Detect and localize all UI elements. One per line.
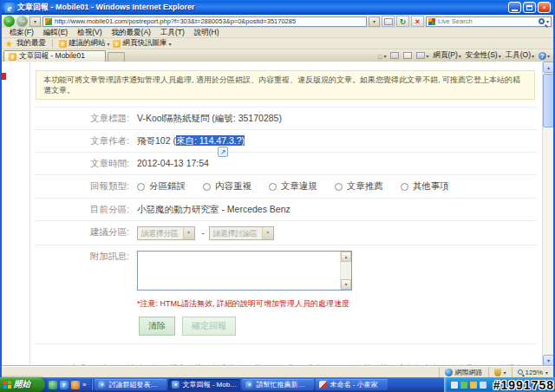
task-article-report-active[interactable]: e 文章回報 - Mobile01... bbox=[168, 379, 240, 390]
feeds-button[interactable] bbox=[390, 52, 399, 59]
zoom-section[interactable]: 125% ▾ bbox=[512, 367, 553, 377]
scrollbar-down-icon[interactable]: ▾ bbox=[543, 355, 553, 366]
message-textarea[interactable]: ▴ ▾ bbox=[137, 251, 352, 291]
favorites-button[interactable]: 我的最愛 bbox=[16, 38, 46, 49]
radio-violation[interactable]: 文章違規 bbox=[269, 180, 317, 193]
web-slice-icon: e bbox=[113, 40, 121, 48]
form-row-time: 文章時間: 2012-04-13 17:54 bbox=[34, 153, 537, 175]
history-dropdown-icon[interactable]: ▾ bbox=[29, 16, 41, 27]
new-tab-button[interactable] bbox=[108, 52, 125, 62]
tools-menu-button[interactable]: 工具(O)▾ bbox=[506, 50, 534, 61]
menu-edit[interactable]: 編輯(E) bbox=[39, 28, 72, 38]
tab-bar: e 文章回報 - Mobile01 ⌂▾ ▾ 網頁(P)▾ 安全性(S)▾ 工具… bbox=[2, 49, 553, 62]
protected-mode-section[interactable]: ▾ bbox=[488, 367, 512, 377]
task-car-recommend[interactable]: e 請幫忙推薦新車款... bbox=[242, 379, 314, 390]
tray-network-icon[interactable] bbox=[480, 382, 486, 389]
page-left-red-marker bbox=[2, 73, 6, 80]
radio-other[interactable]: 其他事項 bbox=[401, 180, 449, 193]
scrollbar-thumb[interactable] bbox=[543, 74, 553, 127]
radio-recommend[interactable]: 文章推薦 bbox=[335, 180, 383, 193]
home-button[interactable]: ⌂▾ bbox=[377, 51, 386, 61]
radio-icon[interactable] bbox=[335, 183, 343, 191]
read-mail-button[interactable] bbox=[403, 52, 412, 59]
page-menu-label: 網頁(P) bbox=[433, 50, 457, 61]
minimize-button[interactable] bbox=[508, 2, 521, 13]
scroll-up-icon[interactable]: ▴ bbox=[341, 252, 351, 262]
help-menu-button[interactable]: ?▾ bbox=[539, 52, 550, 60]
help-icon: ? bbox=[539, 52, 546, 60]
search-input[interactable] bbox=[438, 17, 539, 25]
refresh-button[interactable]: ↻ bbox=[396, 16, 409, 27]
tray-ime-icon[interactable] bbox=[451, 382, 458, 389]
report-form-page: 本功能可將文章管理請求通知管理人員處理, 適用於分區錯誤、內容重複、違反版規的文… bbox=[30, 62, 542, 366]
task-label: 請幫忙推薦新車款... bbox=[256, 380, 310, 389]
print-button[interactable]: ▾ bbox=[416, 52, 428, 59]
close-button[interactable]: × bbox=[538, 2, 551, 13]
select-arrow-icon: ▾ bbox=[183, 227, 194, 239]
suggested-sites-button[interactable]: e 建議的網站 ▾ bbox=[59, 38, 110, 49]
ie-task-icon: e bbox=[172, 381, 180, 389]
stop-button[interactable]: × bbox=[411, 16, 424, 27]
radio-wrong-forum[interactable]: 分區錯誤 bbox=[137, 180, 186, 193]
watermark-id: #1991758 bbox=[493, 378, 554, 392]
radio-label: 分區錯誤 bbox=[149, 180, 186, 193]
menu-tools[interactable]: 工具(T) bbox=[156, 28, 189, 38]
address-input[interactable]: http://www.mobile01.com/postreport.php?f… bbox=[42, 16, 367, 27]
web-slice-gallery-button[interactable]: e 網頁快訊圖庫 ▾ bbox=[113, 38, 171, 49]
tray-antivirus-icon[interactable] bbox=[460, 382, 467, 389]
window-title: 文章回報 - Mobile01 - Windows Internet Explo… bbox=[17, 2, 508, 13]
accelerator-icon[interactable]: ↗ bbox=[218, 147, 228, 157]
windows-logo-icon bbox=[3, 381, 11, 389]
search-dropdown-icon[interactable]: ▾ bbox=[546, 18, 549, 24]
task-paint[interactable]: 未命名 - 小畫家 bbox=[316, 379, 388, 390]
search-magnifier-icon[interactable] bbox=[539, 18, 545, 24]
scrollbar-up-icon[interactable]: ▴ bbox=[543, 62, 553, 73]
tray-update-icon[interactable] bbox=[470, 382, 477, 389]
chevron-down-icon: ▾ bbox=[547, 53, 550, 59]
address-url[interactable]: http://www.mobile01.com/postreport.php?f… bbox=[55, 17, 296, 25]
forward-button[interactable]: → bbox=[16, 16, 28, 27]
tab-active[interactable]: e 文章回報 - Mobile01 bbox=[3, 50, 106, 62]
zoom-icon bbox=[518, 369, 523, 375]
ie-quicklaunch-icon[interactable]: e bbox=[60, 381, 69, 389]
page-menu-button[interactable]: 網頁(P)▾ bbox=[433, 50, 460, 61]
task-label: 討論群組發表回覆... bbox=[108, 380, 163, 389]
ie-task-icon: e bbox=[245, 381, 253, 389]
menu-view[interactable]: 檢視(V) bbox=[73, 28, 106, 38]
quick-launch-more-icon[interactable]: » bbox=[82, 381, 86, 389]
scroll-down-icon[interactable]: ▾ bbox=[341, 279, 351, 290]
task-forum-reply[interactable]: e 討論群組發表回覆... bbox=[95, 379, 166, 390]
menu-favorites[interactable]: 我的最愛(A) bbox=[108, 28, 155, 38]
start-button[interactable]: 開始 bbox=[0, 377, 45, 392]
radio-icon[interactable] bbox=[269, 183, 277, 191]
paint-task-icon bbox=[319, 381, 327, 389]
media-player-icon[interactable] bbox=[71, 381, 80, 389]
title-bar[interactable]: e 文章回報 - Mobile01 - Windows Internet Exp… bbox=[2, 0, 553, 15]
suggest-forum-controls: 請選擇分區▾ - 請選擇討論區▾ bbox=[129, 226, 277, 240]
protected-mode-icon bbox=[494, 369, 501, 376]
address-bar-row: ← → ▾ http://www.mobile01.com/postreport… bbox=[2, 15, 553, 28]
clear-button[interactable]: 清除 bbox=[139, 317, 175, 336]
favorites-star-icon[interactable]: ★ bbox=[5, 39, 13, 49]
compatibility-button[interactable] bbox=[382, 16, 395, 27]
back-button[interactable]: ← bbox=[3, 16, 15, 27]
radio-icon[interactable] bbox=[137, 183, 145, 191]
menu-file[interactable]: 檔案(F) bbox=[5, 28, 38, 38]
taskbar-divider bbox=[91, 379, 92, 390]
radio-duplicate[interactable]: 內容重複 bbox=[203, 180, 251, 193]
address-dropdown-icon[interactable]: ▾ bbox=[369, 16, 380, 27]
menu-help[interactable]: 說明(H) bbox=[190, 28, 224, 38]
radio-icon[interactable] bbox=[401, 183, 408, 191]
radio-icon[interactable] bbox=[203, 183, 211, 191]
textarea-body[interactable] bbox=[138, 252, 340, 290]
search-box[interactable]: ▾ bbox=[426, 16, 552, 27]
category-select[interactable]: 請選擇分區▾ bbox=[137, 226, 195, 240]
board-select[interactable]: 請選擇討論區▾ bbox=[209, 226, 274, 240]
vertical-scrollbar[interactable]: ▴ ▾ bbox=[542, 62, 553, 366]
messenger-icon[interactable] bbox=[49, 381, 57, 389]
safety-menu-button[interactable]: 安全性(S)▾ bbox=[466, 50, 501, 61]
site-favicon bbox=[45, 18, 52, 25]
textarea-scrollbar[interactable]: ▴ ▾ bbox=[340, 252, 351, 290]
submit-report-button[interactable]: 確定回報 bbox=[182, 317, 236, 336]
maximize-button[interactable] bbox=[523, 2, 536, 13]
